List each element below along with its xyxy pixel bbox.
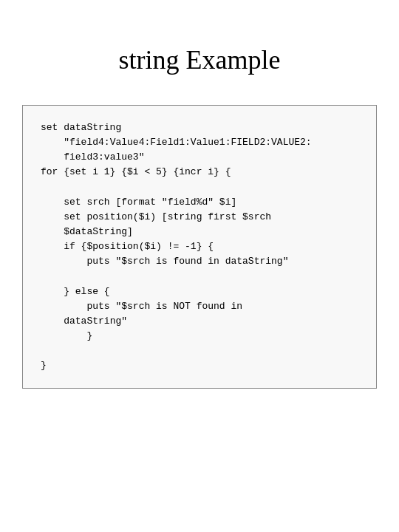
code-block: set dataString "field4:Value4:Field1:Val… — [22, 105, 377, 389]
code-content: set dataString "field4:Value4:Field1:Val… — [41, 120, 358, 373]
page-title: string Example — [119, 44, 281, 75]
